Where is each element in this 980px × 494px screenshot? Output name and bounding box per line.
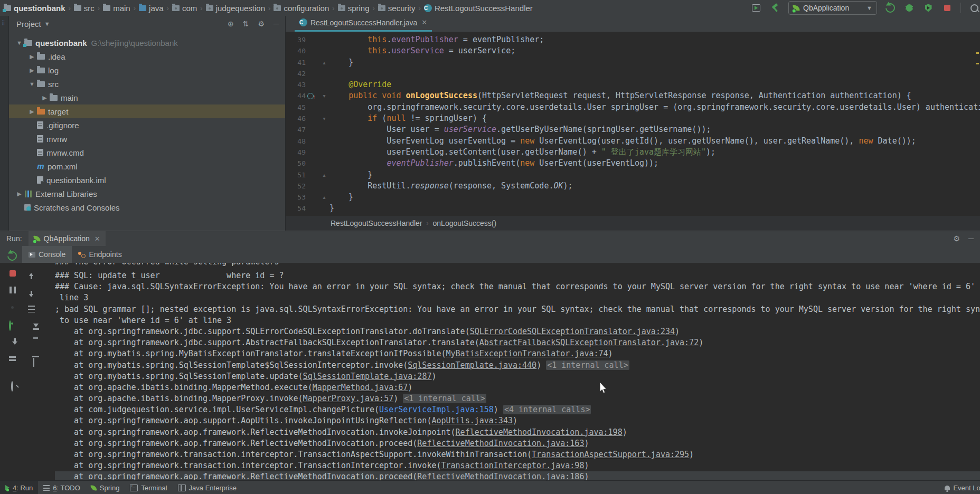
error-stripe[interactable] xyxy=(974,32,980,216)
tree-item-mvnw[interactable]: mvnw xyxy=(9,132,285,146)
run-tab-qbapplication[interactable]: QbApplication ✕ xyxy=(29,231,106,246)
breadcrumb-item-security[interactable]: security xyxy=(376,4,417,13)
breadcrumb-item-src[interactable]: src xyxy=(72,4,96,13)
stack-frame-link[interactable]: ReflectiveMethodInvocation.java:163 xyxy=(417,439,584,448)
tree-item-Scratches and Consoles[interactable]: Scratches and Consoles xyxy=(9,201,285,214)
tool-window-stripe[interactable]: ⁞⁞⁞⁞ xyxy=(0,16,9,231)
tab-console[interactable]: Console xyxy=(22,246,72,263)
tree-chevron-icon[interactable]: ▶ xyxy=(27,67,37,74)
down-stack-trace-icon[interactable] xyxy=(28,290,36,298)
tree-item-.idea[interactable]: ▶.idea xyxy=(9,50,285,63)
tree-item-pom.xml[interactable]: pom.xml xyxy=(9,159,285,173)
tree-item-target[interactable]: ▶target xyxy=(9,104,285,118)
close-icon[interactable]: ✕ xyxy=(95,235,100,243)
layout-icon[interactable] xyxy=(9,356,16,363)
statusbar-item-todo[interactable]: 6: TODO xyxy=(38,481,86,494)
tree-chevron-icon[interactable]: ▶ xyxy=(40,94,50,101)
gear-icon[interactable]: ⚙ xyxy=(258,20,265,28)
breadcrumb-item-RestLogoutSuccessHandler[interactable]: RestLogoutSuccessHandler xyxy=(422,4,534,13)
tree-item-External Libraries[interactable]: ▶External Libraries xyxy=(9,187,285,201)
search-everywhere-button[interactable] xyxy=(968,2,980,14)
tree-item-mvnw.cmd[interactable]: mvnw.cmd xyxy=(9,146,285,159)
breadcrumb-item-java[interactable]: java xyxy=(137,4,165,13)
fold-marker-icon[interactable]: ▾ xyxy=(319,113,329,124)
breadcrumb-item-main[interactable]: main xyxy=(101,4,132,13)
breadcrumb-item-questionbank[interactable]: questionbank xyxy=(2,4,67,13)
stack-frame-link[interactable]: MyBatisExceptionTranslator.java:74 xyxy=(446,349,608,358)
debug-button[interactable] xyxy=(903,2,915,14)
line-number: 48 xyxy=(286,136,306,147)
gear-icon[interactable]: ⚙ xyxy=(954,234,960,243)
tree-chevron-icon[interactable]: ▼ xyxy=(27,81,37,87)
editor-breadcrumb-item[interactable]: onLogoutSuccess() xyxy=(433,219,497,227)
tree-item-log[interactable]: ▶log xyxy=(9,63,285,77)
stack-frame-link[interactable]: AopUtils.java:343 xyxy=(431,416,513,425)
statusbar-item-run[interactable]: 4: Run xyxy=(0,481,38,494)
stack-frame-link[interactable]: MapperProxy.java:57 xyxy=(303,394,394,403)
override-method-icon[interactable] xyxy=(307,93,314,99)
console-output[interactable]: ### The error occurred while setting par… xyxy=(0,263,980,481)
collapse-all-button[interactable]: ⇅ xyxy=(243,20,249,28)
breadcrumb-item-judgequestion[interactable]: judgequestion xyxy=(204,4,267,13)
stack-frame-link[interactable]: MapperMethod.java:67 xyxy=(313,383,408,392)
chevron-down-icon[interactable]: ▼ xyxy=(44,21,50,27)
stack-frame-link[interactable]: TransactionAspectSupport.java:295 xyxy=(532,450,689,459)
statusbar-item-terminal[interactable]: Terminal xyxy=(125,481,172,494)
breadcrumb-item-com[interactable]: com xyxy=(171,4,199,13)
tree-item-main[interactable]: ▶main xyxy=(9,91,285,104)
clear-all-icon[interactable] xyxy=(33,358,34,367)
stack-frame-link[interactable]: ReflectiveMethodInvocation.java:198 xyxy=(456,428,623,437)
editor-breadcrumb-item[interactable]: RestLogoutSuccessHandler xyxy=(331,219,422,227)
tree-item-.gitignore[interactable]: .gitignore xyxy=(9,118,285,132)
run-window-button[interactable] xyxy=(750,2,762,14)
code-editor[interactable]: 39 this.eventPublisher = eventPublisher;… xyxy=(286,32,980,216)
code-text: this.eventPublisher = eventPublisher; xyxy=(329,34,544,45)
stack-frame-link[interactable]: SqlSessionTemplate.java:287 xyxy=(303,372,432,381)
close-icon[interactable]: ✕ xyxy=(421,18,427,26)
update-application-icon[interactable] xyxy=(9,320,11,331)
stack-frame-link[interactable]: ReflectiveMethodInvocation.java:186 xyxy=(417,472,584,481)
stack-frame-link[interactable]: UserServiceImpl.java:158 xyxy=(379,405,494,414)
console-lines: ### SQL: update t_user where id = ?### C… xyxy=(55,270,980,481)
fold-marker-icon[interactable]: ▴ xyxy=(319,192,329,203)
stack-frame-link[interactable]: AbstractFallbackSQLExceptionTranslator.j… xyxy=(479,338,699,347)
stop-icon[interactable] xyxy=(10,270,16,277)
locate-file-button[interactable]: ⊕ xyxy=(228,20,234,28)
statusbar-item-spring[interactable]: Spring xyxy=(86,481,125,494)
coverage-button[interactable] xyxy=(922,2,934,14)
tab-endpoints[interactable]: Endpoints xyxy=(72,246,128,263)
hide-panel-button[interactable]: ─ xyxy=(274,20,279,28)
pin-tab-icon[interactable] xyxy=(11,381,13,392)
tree-chevron-icon[interactable]: ▶ xyxy=(27,53,37,60)
fold-marker-icon[interactable]: ▾ xyxy=(319,90,329,101)
rerun-application-button[interactable] xyxy=(6,250,18,262)
fold-marker-icon xyxy=(319,147,329,158)
rerun-button[interactable] xyxy=(884,2,896,14)
up-stack-trace-icon[interactable] xyxy=(28,273,36,281)
run-configuration-select[interactable]: QbApplication ▼ xyxy=(788,1,877,15)
tab-restlogoutsuccesshandler[interactable]: RestLogoutSuccessHandler.java ✕ xyxy=(295,15,432,32)
tree-item-questionbank.iml[interactable]: questionbank.iml xyxy=(9,173,285,187)
breadcrumb-separator: › xyxy=(268,4,270,12)
stack-frame-link[interactable]: SQLErrorCodeSQLExceptionTranslator.java:… xyxy=(470,327,675,336)
console-line: at org.springframework.jdbc.support.SQLE… xyxy=(55,326,980,337)
tree-chevron-icon[interactable]: ▶ xyxy=(14,191,24,197)
breadcrumb-item-spring[interactable]: spring xyxy=(336,4,371,13)
build-button[interactable] xyxy=(769,2,781,14)
soft-wrap-icon[interactable] xyxy=(28,306,35,312)
run-configuration-label: QbApplication xyxy=(803,4,849,12)
hide-panel-button[interactable]: ─ xyxy=(968,234,974,243)
stop-button[interactable] xyxy=(941,2,953,14)
stack-frame-link[interactable]: TransactionInterceptor.java:98 xyxy=(441,461,585,470)
event-log-button[interactable]: Event Log xyxy=(945,484,980,492)
tree-chevron-icon[interactable]: ▶ xyxy=(27,108,37,115)
pause-output-icon[interactable] xyxy=(10,287,16,293)
fold-marker-icon[interactable]: ▴ xyxy=(319,169,329,180)
tree-item-questionbank[interactable]: ▼questionbankG:\shejiing\questionbank xyxy=(9,36,285,50)
tree-item-src[interactable]: ▼src xyxy=(9,77,285,91)
stack-frame-link[interactable]: SqlSessionTemplate.java:440 xyxy=(408,360,536,370)
breadcrumb-item-configuration[interactable]: configuration xyxy=(272,4,331,13)
statusbar-item-java-enterprise[interactable]: Java Enterprise xyxy=(173,481,242,494)
fold-marker-icon[interactable]: ▴ xyxy=(319,57,329,68)
code-line-40: 40 this.userService = userService; xyxy=(286,45,980,56)
